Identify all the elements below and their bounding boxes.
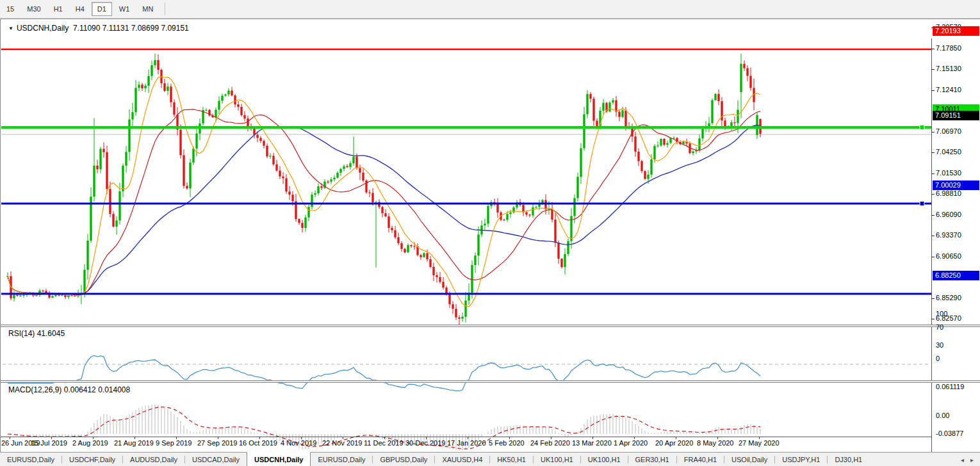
candle-body bbox=[698, 138, 700, 150]
tab-scroll-buttons: ◂▸ bbox=[954, 453, 980, 466]
candle-body bbox=[567, 241, 569, 254]
candle-body bbox=[304, 218, 306, 228]
candle-body bbox=[487, 206, 489, 223]
price-chart-canvas[interactable] bbox=[1, 38, 931, 343]
chart-tab-audusd[interactable]: AUDUSD,Daily bbox=[123, 453, 184, 466]
timeframe-button-15[interactable]: 15 bbox=[1, 2, 20, 16]
candle-body bbox=[692, 152, 694, 154]
chart-tab-usdjpy[interactable]: USDJPY,H1 bbox=[775, 453, 827, 466]
tab-scroll-left-icon[interactable]: ◂ bbox=[961, 456, 964, 463]
tab-scroll-right-icon[interactable]: ▸ bbox=[970, 456, 974, 463]
date-axis-label: 4 Nov 2019 bbox=[281, 439, 316, 447]
chart-tab-usdcnh[interactable]: USDCNH,Daily bbox=[247, 452, 311, 466]
candle-body bbox=[96, 166, 98, 170]
candle-body bbox=[301, 223, 303, 228]
chart-tab-uk100[interactable]: UK100,H1 bbox=[534, 453, 580, 466]
collapse-chart-icon[interactable]: ▼ bbox=[8, 26, 13, 31]
date-axis-label: 13 Mar 2020 bbox=[572, 439, 612, 447]
candle-body bbox=[215, 109, 216, 117]
chart-tab-eurusd[interactable]: EURUSD,Daily bbox=[311, 453, 372, 466]
candle-body bbox=[362, 173, 364, 181]
candle-body bbox=[151, 65, 152, 76]
timeframe-button-d1[interactable]: D1 bbox=[92, 2, 112, 16]
candle-body bbox=[227, 90, 229, 94]
macd-axis-label: 0.061119 bbox=[936, 383, 964, 390]
price-tick-label: 6.98810 bbox=[936, 189, 961, 197]
candle-body bbox=[528, 214, 530, 215]
candle-body bbox=[224, 95, 226, 96]
candle-body bbox=[352, 157, 354, 163]
candle-body bbox=[343, 166, 345, 169]
price-tick-label: 7.15130 bbox=[936, 65, 961, 72]
chart-tab-eurusd[interactable]: EURUSD,Daily bbox=[0, 453, 61, 466]
candle-body bbox=[144, 86, 146, 88]
candle-body bbox=[589, 94, 591, 99]
timeframe-button-w1[interactable]: W1 bbox=[113, 2, 136, 16]
candle-body bbox=[647, 175, 649, 179]
chart-tab-gbpusd[interactable]: GBPUSD,Daily bbox=[373, 453, 434, 466]
candle-body bbox=[464, 301, 466, 317]
price-tick-label: 7.12410 bbox=[936, 86, 961, 93]
macd-axis-label: -0.03877 bbox=[936, 430, 963, 437]
candle-body bbox=[192, 149, 194, 163]
rsi-splitter[interactable] bbox=[1, 325, 980, 327]
candle-body bbox=[410, 245, 412, 246]
timeframe-button-m30[interactable]: M30 bbox=[21, 2, 46, 16]
candle-body bbox=[657, 145, 658, 146]
candle-body bbox=[461, 317, 463, 319]
candle-body bbox=[445, 287, 447, 293]
candle-body bbox=[99, 149, 101, 169]
candle-body bbox=[602, 103, 604, 111]
candle-body bbox=[288, 191, 290, 195]
price-tick-mark bbox=[931, 194, 935, 195]
candle-body bbox=[580, 149, 582, 177]
candle-body bbox=[432, 267, 434, 275]
candle-body bbox=[243, 115, 245, 118]
price-tick-mark bbox=[931, 257, 935, 257]
candle-body bbox=[218, 100, 220, 109]
candle-body bbox=[266, 146, 268, 157]
candle-body bbox=[420, 255, 421, 257]
candle-body bbox=[525, 213, 527, 215]
price-level-badge: 7.20193 bbox=[933, 26, 979, 36]
timeframe-button-h4[interactable]: H4 bbox=[70, 2, 90, 16]
macd-indicator-canvas[interactable] bbox=[1, 401, 931, 455]
date-axis-label: 17 Jan 2020 bbox=[447, 439, 486, 447]
chart-tab-dj30[interactable]: DJ30,H1 bbox=[828, 453, 869, 466]
chart-tab-ger30[interactable]: GER30,H1 bbox=[628, 453, 676, 466]
chart-tab-usdchf[interactable]: USDCHF,Daily bbox=[62, 453, 122, 466]
chart-tab-fra40[interactable]: FRA40,H1 bbox=[677, 453, 724, 466]
candle-body bbox=[644, 171, 646, 179]
candle-body bbox=[42, 291, 44, 291]
candle-body bbox=[359, 168, 361, 173]
trading-app-window: 15M30H1H4D1W1MN ▼USDCNH,Daily 7.11090 7.… bbox=[0, 0, 980, 466]
candle-body bbox=[663, 139, 665, 145]
candle-body bbox=[179, 130, 181, 156]
candle-body bbox=[576, 177, 578, 198]
chart-tab-usdcad[interactable]: USDCAD,Daily bbox=[185, 453, 247, 466]
chart-tab-xauusd[interactable]: XAUUSD,H4 bbox=[435, 453, 489, 466]
date-axis-label: 20 Apr 2020 bbox=[655, 439, 693, 447]
chart-tab-uk100[interactable]: UK100,H1 bbox=[581, 453, 628, 466]
candle-body bbox=[730, 122, 732, 126]
candle-body bbox=[404, 249, 405, 252]
candle-body bbox=[573, 198, 575, 216]
candle-body bbox=[714, 94, 716, 100]
candle-body bbox=[275, 165, 277, 171]
timeframe-button-h1[interactable]: H1 bbox=[48, 2, 69, 16]
price-tick-label: 7.06970 bbox=[936, 127, 961, 135]
candle-body bbox=[51, 296, 53, 298]
candle-body bbox=[733, 122, 735, 123]
macd-splitter[interactable] bbox=[1, 380, 980, 383]
chart-tab-hk50[interactable]: HK50,H1 bbox=[490, 453, 533, 466]
candle-body bbox=[564, 254, 566, 267]
candle-body bbox=[666, 143, 668, 145]
candle-body bbox=[407, 245, 409, 252]
candle-body bbox=[634, 136, 636, 152]
candle-body bbox=[749, 76, 751, 88]
timeframe-button-mn[interactable]: MN bbox=[136, 2, 159, 16]
chart-tab-usoil[interactable]: USOil,Daily bbox=[724, 453, 774, 466]
candle-body bbox=[336, 173, 338, 178]
macd-label: MACD(12,26,9) 0.006412 0.014008 bbox=[8, 385, 130, 394]
rsi-indicator-canvas[interactable] bbox=[1, 346, 931, 398]
